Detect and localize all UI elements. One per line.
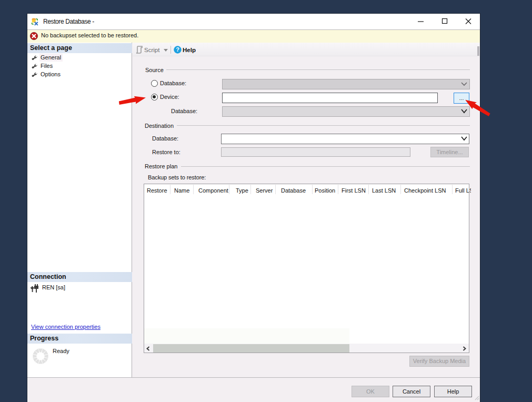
svg-text:?: ?	[176, 46, 179, 53]
